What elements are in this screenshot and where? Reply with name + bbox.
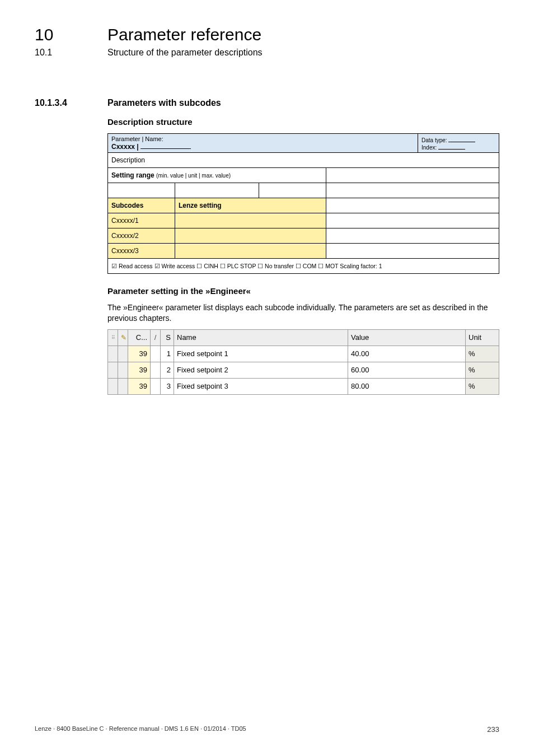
section-number: 10.1 [35,48,107,58]
code-cell: 39 [128,346,151,362]
subcode-blank [326,213,499,228]
setting-range-min [108,183,175,198]
footer-left: Lenze · 8400 BaseLine C · Reference manu… [35,725,246,732]
chapter-number: 10 [35,25,107,44]
name-cell: Fixed setpoint 3 [174,378,348,394]
datatype-cell: Data type: Index: [418,134,499,153]
unit-cell: % [466,378,499,394]
section-title: Structure of the parameter descriptions [107,48,263,57]
subsection-header: 10.1.3.4Parameters with subcodes [35,98,499,108]
subsection-number: 10.1.3.4 [35,98,107,108]
description-row: Description [108,153,499,168]
engineer-body-text: The »Engineer« parameter list displays e… [107,302,499,324]
drag-cell [108,362,118,378]
setting-range-small: (min. value | unit | max. value) [156,172,231,179]
subcodes-header: Subcodes [108,198,175,213]
pencil-icon: ✎ [121,334,127,342]
dashed-rule: _ _ _ _ _ _ _ _ _ _ _ _ _ _ _ _ _ _ _ _ … [35,73,499,81]
slash-cell [151,362,161,378]
eng-col-pencil-head: ✎ [118,329,128,346]
subcode-cell: Cxxxxx/3 [108,244,175,259]
slash-cell [151,378,161,394]
name-cell: Fixed setpoint 2 [174,362,348,378]
param-table-footer: ☑ Read access ☑ Write access ☐ CINH ☐ PL… [108,259,499,274]
eng-col-name-head: Name [174,329,348,346]
chapter-header: 10Parameter reference [35,25,499,44]
subcode-cell: Cxxxxx/1 [108,213,175,228]
setting-range-label: Setting range [111,171,154,179]
drag-handle-icon: ⠿ [111,335,115,340]
setting-range-blank [326,168,499,183]
setting-range-max [259,183,326,198]
engineer-table: ⠿ ✎ C... / S Name Value Unit 39 1 F [107,329,499,395]
param-name-label: Parameter | Name: [111,136,163,142]
page-number: 233 [487,725,499,734]
chapter-title: Parameter reference [107,25,261,44]
param-name-cell: Parameter | Name: Cxxxxx | [108,134,418,153]
page-footer: Lenze · 8400 BaseLine C · Reference manu… [35,725,499,734]
value-cell: 40.00 [348,346,466,362]
unit-cell: % [466,346,499,362]
underline-datatype [448,136,475,142]
drag-cell [108,346,118,362]
table-row: 39 2 Fixed setpoint 2 60.00 % [108,362,499,378]
underline-index [438,143,465,150]
lenze-setting-header: Lenze setting [175,198,326,213]
name-cell: Fixed setpoint 1 [174,346,348,362]
pencil-cell [118,346,128,362]
parameter-structure-table: Parameter | Name: Cxxxxx | Data type: In… [107,133,499,274]
eng-col-code-head: C... [128,329,151,346]
value-cell: 60.00 [348,362,466,378]
subcode-setting-cell [175,244,326,259]
unit-cell: % [466,362,499,378]
setting-range-cell: Setting range (min. value | unit | max. … [108,168,326,183]
setting-range-unit [175,183,259,198]
setting-range-blank2 [326,183,499,198]
engineer-heading: Parameter setting in the »Engineer« [107,286,499,296]
table-row: 39 3 Fixed setpoint 3 80.00 % [108,378,499,394]
slash-cell [151,346,161,362]
subsection-title: Parameters with subcodes [107,98,221,108]
param-name-value: Cxxxxx | [111,143,139,151]
code-cell: 39 [128,378,151,394]
sub-cell: 1 [161,346,174,362]
value-cell: 80.00 [348,378,466,394]
underline-placeholder [140,142,191,149]
datatype-label: Data type: [421,137,447,143]
eng-col-drag-head: ⠿ [108,329,118,346]
section-header: 10.1Structure of the parameter descripti… [35,44,499,58]
index-label: Index: [421,144,437,151]
subcode-setting-cell [175,213,326,228]
sub-cell: 3 [161,378,174,394]
sub-cell: 2 [161,362,174,378]
drag-cell [108,378,118,394]
subcode-blank [326,228,499,244]
subcode-setting-cell [175,228,326,244]
code-cell: 39 [128,362,151,378]
subcode-cell: Cxxxxx/2 [108,228,175,244]
pencil-cell [118,378,128,394]
subcode-blank [326,244,499,259]
eng-col-value-head: Value [348,329,466,346]
eng-col-sub-head: S [161,329,174,346]
pencil-cell [118,362,128,378]
table-row: 39 1 Fixed setpoint 1 40.00 % [108,346,499,362]
eng-col-unit-head: Unit [466,329,499,346]
param-footer-text: ☑ Read access ☑ Write access ☐ CINH ☐ PL… [111,263,382,269]
subcodes-header-blank [326,198,499,213]
eng-col-slash-head: / [151,329,161,346]
description-structure-heading: Description structure [107,117,499,127]
